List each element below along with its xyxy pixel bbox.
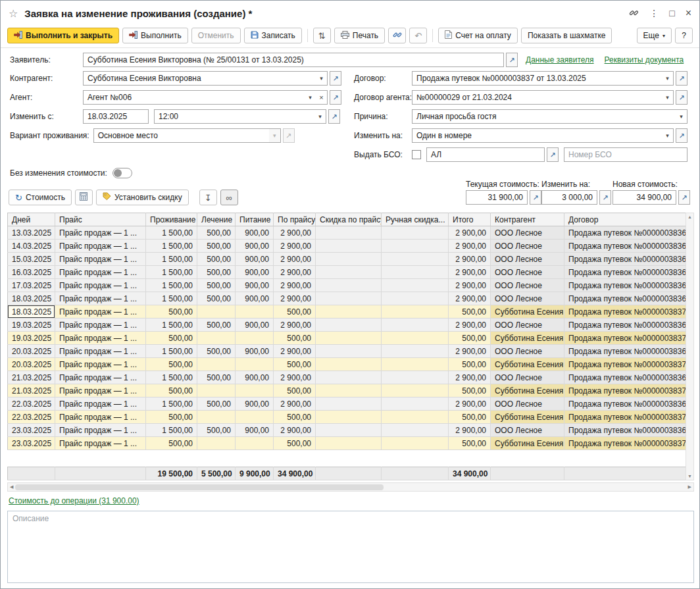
table-cell[interactable]: [382, 332, 449, 345]
table-cell[interactable]: 2 900,00: [274, 266, 316, 279]
table-cell[interactable]: 1 500,00: [146, 345, 197, 358]
table-cell[interactable]: 500,00: [449, 411, 491, 424]
issue-bso-checkbox[interactable]: [412, 150, 421, 159]
link-rows-button[interactable]: ∞: [220, 190, 238, 205]
table-cell[interactable]: 14.03.2025: [8, 240, 55, 253]
open-icon[interactable]: ↗: [547, 147, 559, 162]
table-cell[interactable]: [382, 384, 449, 397]
cost-before-operation-link[interactable]: Стоимость до операции (31 900.00): [9, 496, 139, 505]
table-cell[interactable]: 2 900,00: [449, 424, 491, 437]
table-cell[interactable]: [316, 332, 382, 345]
table-cell[interactable]: 2 900,00: [449, 345, 491, 358]
table-cell[interactable]: ООО Лесное: [491, 253, 564, 266]
invoice-button[interactable]: Счет на оплату: [438, 28, 518, 43]
table-cell[interactable]: 500,00: [146, 384, 197, 397]
table-cell[interactable]: 18.03.2025: [8, 292, 55, 305]
table-cell[interactable]: 500,00: [197, 266, 236, 279]
new-cost-field[interactable]: 34 900,00: [612, 190, 676, 205]
table-cell[interactable]: 22.03.2025: [8, 397, 55, 411]
table-cell[interactable]: Субботина Есения...: [491, 411, 564, 424]
table-cell[interactable]: [316, 397, 382, 411]
favorite-star-icon[interactable]: ☆: [9, 7, 18, 20]
table-cell[interactable]: Продажа путевок №0000003836: [564, 226, 686, 240]
column-header[interactable]: Контрагент: [491, 213, 564, 226]
set-discount-button[interactable]: Установить скидку: [96, 190, 189, 205]
table-cell[interactable]: [197, 305, 236, 319]
scrollbar-thumb[interactable]: [15, 484, 384, 490]
table-cell[interactable]: ООО Лесное: [491, 424, 564, 437]
cost-recalc-button[interactable]: ↻ Стоимость: [9, 190, 72, 205]
counterparty-field[interactable]: Субботина Есения Викторовна ▾: [83, 71, 328, 86]
column-header[interactable]: Ручная скидка...: [382, 213, 449, 226]
table-cell[interactable]: [382, 371, 449, 384]
table-cell[interactable]: 2 900,00: [449, 292, 491, 305]
table-cell[interactable]: [316, 253, 382, 266]
table-cell[interactable]: [316, 319, 382, 332]
table-cell[interactable]: 500,00: [274, 332, 316, 345]
table-cell[interactable]: Прайс продаж — 1 ...: [55, 424, 146, 437]
table-cell[interactable]: Продажа путевок №0000003836: [564, 240, 686, 253]
table-cell[interactable]: [316, 240, 382, 253]
table-cell[interactable]: [197, 358, 236, 371]
table-cell[interactable]: Субботина Есения...: [491, 305, 564, 319]
table-cell[interactable]: 900,00: [236, 240, 274, 253]
table-cell[interactable]: 500,00: [197, 292, 236, 305]
column-header[interactable]: Итого: [449, 213, 491, 226]
dropdown-icon[interactable]: ▾: [314, 110, 326, 123]
table-cell[interactable]: Продажа путевок №0000003837: [564, 384, 686, 397]
table-cell[interactable]: Прайс продаж — 1 ...: [55, 240, 146, 253]
table-cell[interactable]: 500,00: [449, 305, 491, 319]
table-cell[interactable]: 500,00: [197, 345, 236, 358]
cancel-button[interactable]: Отменить: [191, 28, 241, 43]
table-cell[interactable]: Субботина Есения...: [491, 358, 564, 371]
table-cell[interactable]: 16.03.2025: [8, 266, 55, 279]
table-cell[interactable]: 900,00: [236, 253, 274, 266]
dropdown-icon[interactable]: ▾: [305, 91, 316, 104]
table-cell[interactable]: 1 500,00: [146, 292, 197, 305]
table-cell[interactable]: [316, 437, 382, 450]
open-icon[interactable]: ↗: [330, 90, 341, 105]
table-cell[interactable]: Прайс продаж — 1 ...: [55, 305, 146, 319]
table-cell[interactable]: ООО Лесное: [491, 279, 564, 292]
table-cell[interactable]: Продажа путевок №0000003836: [564, 253, 686, 266]
open-icon[interactable]: ↗: [330, 71, 341, 86]
table-cell[interactable]: [382, 437, 449, 450]
table-cell[interactable]: 23.03.2025: [8, 424, 55, 437]
stay-option-field[interactable]: Основное место ▾: [93, 128, 281, 143]
table-cell[interactable]: 2 900,00: [449, 253, 491, 266]
kebab-menu-icon[interactable]: ⋮: [649, 9, 659, 18]
table-cell[interactable]: [382, 253, 449, 266]
table-cell[interactable]: 500,00: [197, 371, 236, 384]
table-cell[interactable]: [382, 345, 449, 358]
calculator-button[interactable]: [75, 190, 93, 205]
table-cell[interactable]: [236, 305, 274, 319]
dropdown-icon[interactable]: ▾: [662, 91, 673, 104]
table-cell[interactable]: Продажа путевок №0000003837: [564, 332, 686, 345]
table-cell[interactable]: 18.03.2025: [8, 305, 55, 319]
table-cell[interactable]: 15.03.2025: [8, 253, 55, 266]
table-cell[interactable]: Продажа путевок №0000003836: [564, 424, 686, 437]
table-cell[interactable]: Субботина Есения...: [491, 384, 564, 397]
table-cell[interactable]: [316, 345, 382, 358]
table-cell[interactable]: [382, 319, 449, 332]
table-cell[interactable]: 2 900,00: [274, 226, 316, 240]
table-cell[interactable]: Продажа путевок №0000003836: [564, 397, 686, 411]
table-cell[interactable]: 19.03.2025: [8, 332, 55, 345]
column-header[interactable]: Скидка по прайсу: [316, 213, 382, 226]
table-cell[interactable]: [197, 384, 236, 397]
current-cost-field[interactable]: 31 900,00: [466, 190, 528, 205]
contract-field[interactable]: Продажа путевок №0000003837 от 13.03.202…: [412, 71, 674, 86]
table-cell[interactable]: Субботина Есения...: [491, 332, 564, 345]
no-price-change-toggle[interactable]: [113, 168, 132, 178]
agent-contract-field[interactable]: №00000029 от 21.03.2024 ▾: [412, 90, 674, 105]
get-link-icon[interactable]: [629, 8, 639, 19]
table-cell[interactable]: 500,00: [449, 384, 491, 397]
column-header[interactable]: Дней: [8, 213, 55, 226]
dropdown-icon[interactable]: ▾: [676, 110, 687, 123]
table-cell[interactable]: 2 900,00: [449, 319, 491, 332]
table-cell[interactable]: ООО Лесное: [491, 226, 564, 240]
table-cell[interactable]: Прайс продаж — 1 ...: [55, 371, 146, 384]
table-cell[interactable]: Прайс продаж — 1 ...: [55, 279, 146, 292]
table-cell[interactable]: 1 500,00: [146, 424, 197, 437]
table-cell[interactable]: 500,00: [146, 305, 197, 319]
